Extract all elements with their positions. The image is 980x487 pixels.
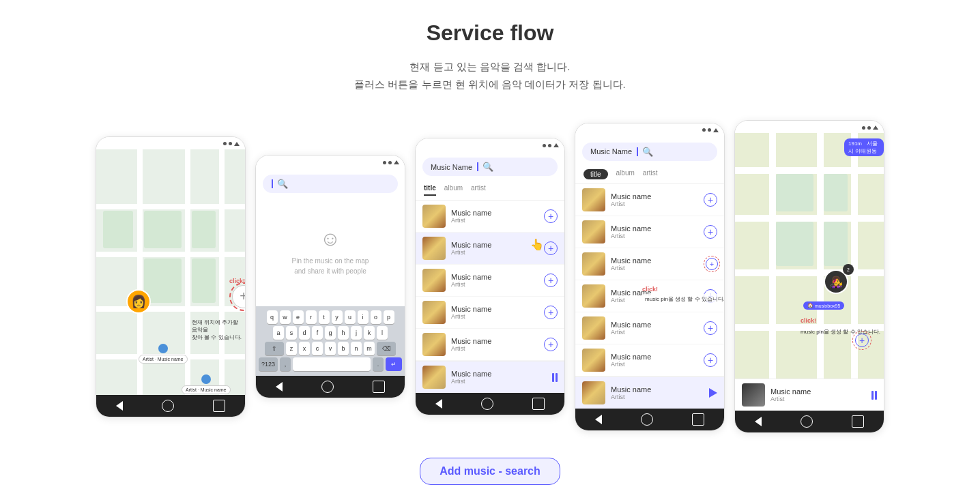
key-z[interactable]: z <box>286 342 297 355</box>
music-info: Music name Artist <box>451 305 538 320</box>
music-info: Music name Artist <box>451 241 538 256</box>
add-music-button[interactable]: + <box>704 353 717 367</box>
tab-artist-3[interactable]: artist <box>471 184 486 196</box>
back-button[interactable] <box>116 401 123 411</box>
key-h[interactable]: h <box>338 326 349 340</box>
key-l[interactable]: l <box>377 326 388 340</box>
music-artist: Artist <box>611 265 712 271</box>
key-x[interactable]: x <box>299 342 310 355</box>
recents-button[interactable] <box>852 415 864 428</box>
search-bar-3[interactable]: Music Name 🔍 <box>422 158 558 176</box>
key-i[interactable]: i <box>358 310 369 324</box>
add-music-button[interactable]: + <box>544 274 558 287</box>
add-music-button[interactable]: + <box>544 338 558 351</box>
key-space[interactable] <box>293 357 371 371</box>
home-button[interactable] <box>641 413 653 426</box>
tab-album-4[interactable]: album <box>616 169 635 179</box>
click-label-5: click! <box>801 317 880 324</box>
road <box>735 215 884 222</box>
add-music-button[interactable]: + <box>544 209 558 223</box>
add-music-button[interactable]: + <box>544 241 558 255</box>
pause-bar <box>552 373 554 382</box>
tab-album-3[interactable]: album <box>444 184 463 196</box>
key-b[interactable]: b <box>338 342 349 355</box>
key-t[interactable]: t <box>319 310 330 324</box>
pause-button-5[interactable] <box>871 391 877 400</box>
home-button[interactable] <box>481 398 493 410</box>
key-d[interactable]: d <box>299 326 310 340</box>
key-f[interactable]: f <box>312 326 323 340</box>
key-enter[interactable]: ↵ <box>386 357 402 371</box>
home-button[interactable] <box>801 415 813 428</box>
music-item: Music name Artist + <box>575 344 724 377</box>
battery-icon <box>234 142 240 146</box>
map-pin-1: Artist · Music name <box>139 344 188 364</box>
home-button[interactable] <box>162 400 174 412</box>
map-block <box>776 222 813 266</box>
recents-button[interactable] <box>373 381 385 393</box>
wifi-icon <box>708 128 711 132</box>
map-block <box>824 174 848 211</box>
search-value-3: Music Name <box>431 163 472 171</box>
key-w[interactable]: w <box>280 310 291 324</box>
key-e[interactable]: e <box>293 310 304 324</box>
key-r[interactable]: r <box>306 310 317 324</box>
back-button[interactable] <box>755 417 762 426</box>
tab-artist-4[interactable]: artist <box>643 169 658 179</box>
add-button-inner[interactable]: + <box>232 285 245 308</box>
pin-head <box>158 344 168 353</box>
music-artist: Artist <box>611 361 698 368</box>
key-j[interactable]: j <box>351 326 362 340</box>
add-pin-button[interactable]: + <box>855 334 869 347</box>
search-bar-4[interactable]: Music Name 🔍 <box>582 143 717 161</box>
map-block <box>776 174 813 211</box>
recents-button[interactable] <box>532 398 545 410</box>
add-music-button[interactable]: + <box>704 193 717 207</box>
add-music-button[interactable]: + <box>544 306 558 319</box>
key-p[interactable]: p <box>384 310 394 324</box>
tab-title-3[interactable]: title <box>424 184 436 196</box>
user-avatar: 👩 <box>126 289 151 314</box>
key-a[interactable]: a <box>273 326 284 340</box>
key-num[interactable]: ?123 <box>259 357 278 371</box>
album-art <box>582 220 605 244</box>
back-button[interactable] <box>595 415 602 424</box>
recents-button[interactable] <box>213 400 225 412</box>
key-y[interactable]: y <box>332 310 343 324</box>
home-button[interactable] <box>321 381 334 393</box>
add-music-button[interactable]: + <box>704 321 717 335</box>
key-o[interactable]: o <box>371 310 381 324</box>
now-playing-artist-4: Artist <box>611 394 704 400</box>
key-row-3: ⇧ z x c v b n m ⌫ <box>259 342 402 355</box>
wifi-icon <box>548 144 551 147</box>
back-button[interactable] <box>435 399 442 409</box>
key-q[interactable]: q <box>267 310 278 324</box>
search-bar-2[interactable]: 🔍 <box>263 175 398 193</box>
key-m[interactable]: m <box>364 342 375 355</box>
key-u[interactable]: u <box>345 310 356 324</box>
key-period[interactable]: . <box>373 357 384 371</box>
key-s[interactable]: s <box>286 326 297 340</box>
add-music-button-active[interactable]: + <box>706 258 718 270</box>
album-art <box>422 333 446 356</box>
add-music-button[interactable]: + <box>704 225 717 239</box>
album-art <box>582 349 605 372</box>
pause-button-3[interactable] <box>552 373 558 382</box>
album-art <box>582 252 605 276</box>
key-delete[interactable]: ⌫ <box>377 342 396 355</box>
tab-title-4[interactable]: title <box>583 169 608 179</box>
key-v[interactable]: v <box>325 342 336 355</box>
key-n[interactable]: n <box>351 342 362 355</box>
back-button[interactable] <box>276 382 283 392</box>
music-info: Music name Artist <box>451 337 538 352</box>
key-g[interactable]: g <box>325 326 336 340</box>
key-c[interactable]: c <box>312 342 323 355</box>
recents-button[interactable] <box>692 413 704 426</box>
key-comma[interactable]: , <box>280 357 291 371</box>
key-shift[interactable]: ⇧ <box>265 342 284 355</box>
key-k[interactable]: k <box>364 326 375 340</box>
map-block <box>192 211 216 248</box>
play-button-4[interactable] <box>709 388 717 398</box>
music-name: Music name <box>451 241 538 249</box>
click-desc-1: 현재 위치에 추가할 음악을찾아 볼 수 있습니다. <box>192 319 245 342</box>
